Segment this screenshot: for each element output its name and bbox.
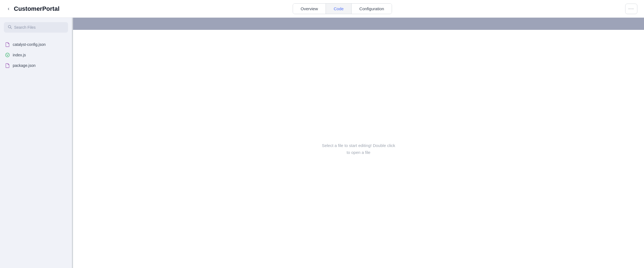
tab-configuration[interactable]: Configuration xyxy=(352,4,392,14)
editor-area: Select a file to start editing! Double c… xyxy=(73,18,644,268)
file-icon-js xyxy=(5,52,10,57)
file-item-catalyst-config[interactable]: catalyst-config.json xyxy=(0,39,72,50)
file-name: index.js xyxy=(13,53,26,57)
editor-toolbar xyxy=(73,18,644,30)
header-left: ‹ CustomerPortal xyxy=(7,5,59,13)
file-name: package.json xyxy=(13,63,36,68)
svg-line-1 xyxy=(11,28,12,29)
more-options-button[interactable]: ··· xyxy=(625,4,637,14)
sidebar: Search Files catalyst-config.json xyxy=(0,18,72,268)
app-title: CustomerPortal xyxy=(14,5,59,12)
empty-state: Select a file to start editing! Double c… xyxy=(322,142,395,156)
search-container: Search Files xyxy=(0,18,72,37)
editor-content: Select a file to start editing! Double c… xyxy=(73,30,644,268)
header-tabs: Overview Code Configuration xyxy=(293,3,392,14)
file-list: catalyst-config.json index.js xyxy=(0,37,72,268)
search-icon xyxy=(8,25,12,30)
file-item-index-js[interactable]: index.js xyxy=(0,50,72,60)
empty-state-line1: Select a file to start editing! Double c… xyxy=(322,142,395,149)
tab-overview[interactable]: Overview xyxy=(293,4,326,14)
app-header: ‹ CustomerPortal Overview Code Configura… xyxy=(0,0,644,18)
empty-state-line2: to open a file xyxy=(322,149,395,156)
search-placeholder: Search Files xyxy=(14,25,36,30)
back-button[interactable]: ‹ xyxy=(7,5,11,13)
search-box[interactable]: Search Files xyxy=(4,22,68,33)
main-layout: Search Files catalyst-config.json xyxy=(0,18,644,268)
file-icon-json xyxy=(5,42,10,47)
file-icon-json xyxy=(5,63,10,68)
file-name: catalyst-config.json xyxy=(13,42,46,47)
tab-code[interactable]: Code xyxy=(326,4,352,14)
file-item-package-json[interactable]: package.json xyxy=(0,60,72,71)
